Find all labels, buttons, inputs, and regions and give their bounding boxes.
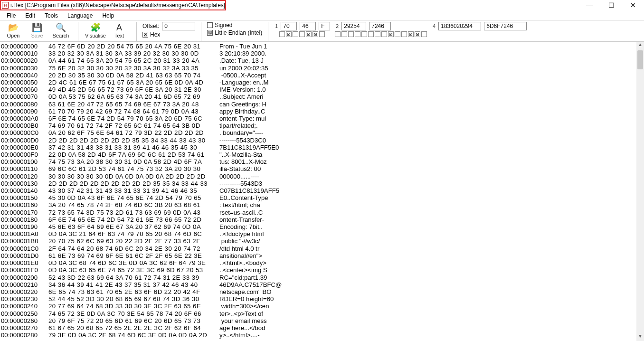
- bit-box[interactable]: [401, 31, 407, 37]
- bit-box[interactable]: [395, 31, 400, 37]
- hex-row[interactable]: 00:0000023052 44 45 52 3D 30 20 68 65 69…: [1, 295, 643, 303]
- bit-box[interactable]: ⊠: [415, 31, 420, 37]
- hex-ascii: "..X-Mozilla-Sta: [210, 151, 262, 158]
- hex-row[interactable]: 00:0000008063 61 6E 20 47 72 65 65 74 69…: [1, 101, 643, 108]
- hex-row[interactable]: 00:000000D02D 2D 2D 2D 2D 2D 2D 2D 35 35…: [1, 137, 643, 144]
- hex-row[interactable]: 00:000001F00D 0A 3C 63 65 6E 74 65 72 3E…: [1, 266, 643, 274]
- hex-row[interactable]: 00:0000027061 67 65 20 68 65 72 65 2E 2E…: [1, 324, 643, 332]
- hex-row[interactable]: 00:0000003075 6E 20 32 30 30 30 20 32 30…: [1, 65, 643, 72]
- folder-open-icon: 📂: [8, 22, 19, 33]
- hex-row[interactable]: 00:000001A00D 0A 3C 21 64 6F 63 74 79 70…: [1, 230, 643, 237]
- value4-hex[interactable]: [484, 22, 527, 30]
- hex-bytes: 0A 44 61 74 65 3A 20 54 75 65 2C 20 31 3…: [48, 57, 210, 64]
- hex-row[interactable]: 00:0000026020 79 6F 75 72 20 65 6D 61 69…: [1, 317, 643, 324]
- hex-row[interactable]: 00:000001302D 2D 2D 2D 2D 2D 2D 2D 2D 2D…: [1, 180, 643, 187]
- value1-hex[interactable]: [300, 22, 316, 30]
- text-button[interactable]: AText: [108, 22, 131, 38]
- hex-row[interactable]: 00:0000010074 75 73 3A 20 38 30 30 31 0D…: [1, 158, 643, 165]
- hex-row[interactable]: 00:0000001033 20 32 30 3A 31 30 3A 33 39…: [1, 50, 643, 57]
- hex-address: 00:00000070: [1, 93, 48, 100]
- hex-ascii: E0..Content-Type: [210, 194, 268, 201]
- search-button[interactable]: 🔍Search: [49, 22, 72, 38]
- bit-box[interactable]: [279, 31, 285, 37]
- vertical-scrollbar[interactable]: ▲ ▼: [636, 42, 644, 341]
- visualise-button[interactable]: 🧩Visualise: [84, 22, 107, 38]
- bit-box[interactable]: ⊠: [313, 31, 318, 37]
- value1-dec[interactable]: [281, 22, 297, 30]
- hex-row[interactable]: 00:0000019045 6E 63 6F 64 69 6E 67 3A 20…: [1, 223, 643, 230]
- bit-box[interactable]: [368, 31, 374, 37]
- value2-dec[interactable]: [341, 22, 366, 30]
- bit-box[interactable]: [375, 31, 380, 37]
- hex-row[interactable]: 00:0000000046 72 6F 6D 20 2D 20 54 75 65…: [1, 43, 643, 50]
- hex-row[interactable]: 00:000000502D 4C 61 6E 67 75 61 67 65 3A…: [1, 79, 643, 86]
- hex-row[interactable]: 00:000001806F 6E 74 65 6E 74 2D 54 72 61…: [1, 216, 643, 223]
- bit-box[interactable]: [355, 31, 360, 37]
- endian-checkbox[interactable]: ⊠: [207, 30, 213, 36]
- hex-row[interactable]: 00:0000024020 77 69 64 74 68 3D 33 30 30…: [1, 303, 643, 310]
- hex-row[interactable]: 00:000001B020 70 75 62 6C 69 63 20 22 2D…: [1, 237, 643, 245]
- bit-box[interactable]: [299, 31, 305, 37]
- hex-row[interactable]: 00:0000020052 43 3D 22 63 69 64 3A 70 61…: [1, 274, 643, 281]
- minimize-button[interactable]: —: [578, 0, 600, 10]
- hex-bytes: 2F 64 74 64 20 68 74 6D 6C 20 34 2E 30 2…: [48, 245, 210, 252]
- hex-checkbox[interactable]: ⊠: [142, 32, 148, 38]
- bit-box[interactable]: [348, 31, 354, 37]
- hex-row[interactable]: 00:0000004020 2D 30 35 30 30 0D 0A 58 2D…: [1, 72, 643, 79]
- value2-hex[interactable]: [369, 22, 391, 30]
- bit-box[interactable]: [341, 31, 347, 37]
- hex-row[interactable]: 00:000000B074 69 70 61 72 74 2F 72 65 6C…: [1, 122, 643, 129]
- bit-box[interactable]: [421, 31, 427, 37]
- maximize-button[interactable]: ☐: [600, 0, 622, 10]
- hex-address: 00:00000060: [1, 86, 48, 93]
- hex-row[interactable]: 00:0000025074 65 72 3E 0D 0A 3C 70 3E 54…: [1, 310, 643, 317]
- hex-row[interactable]: 00:000000E037 42 31 31 43 38 31 33 31 39…: [1, 144, 643, 151]
- bit-box[interactable]: [319, 31, 325, 37]
- hex-row[interactable]: 00:000001D061 6E 73 69 74 69 6F 6E 61 6C…: [1, 252, 643, 259]
- hex-row[interactable]: 00:0000021034 36 44 39 41 41 2E 43 37 35…: [1, 281, 643, 288]
- hex-row[interactable]: 00:0000028079 3E 0D 0A 3C 2F 68 74 6D 6C…: [1, 332, 643, 339]
- hex-row[interactable]: 00:0000014043 30 37 42 31 31 43 38 31 33…: [1, 187, 643, 194]
- hex-row[interactable]: 00:000000F022 0D 0A 58 2D 4D 6F 7A 69 6C…: [1, 151, 643, 158]
- open-button[interactable]: 📂Open: [2, 22, 25, 38]
- bit-box[interactable]: [361, 31, 367, 37]
- bit-box[interactable]: ⊠: [286, 31, 292, 37]
- scroll-down-icon[interactable]: ▼: [636, 333, 644, 341]
- menu-tools[interactable]: Tools: [40, 11, 63, 20]
- menu-help[interactable]: Help: [97, 11, 119, 20]
- signed-checkbox[interactable]: [207, 22, 213, 28]
- hex-row[interactable]: 00:0000006049 4D 45 2D 56 65 72 73 69 6F…: [1, 86, 643, 93]
- hex-row[interactable]: 00:0000017072 73 65 74 3D 75 73 2D 61 73…: [1, 209, 643, 216]
- hex-row[interactable]: 00:000002206E 65 74 73 63 61 70 65 2E 63…: [1, 288, 643, 295]
- bit-box[interactable]: [293, 31, 298, 37]
- bit-box[interactable]: ⊠: [306, 31, 312, 37]
- offset-input[interactable]: [162, 22, 195, 30]
- menu-edit[interactable]: Edit: [20, 11, 40, 20]
- hex-row[interactable]: 00:0000011069 6C 6C 61 2D 53 74 61 74 75…: [1, 165, 643, 172]
- hex-bytes: 22 0D 0A 58 2D 4D 6F 7A 69 6C 6C 61 2D 5…: [48, 151, 210, 158]
- value1-char[interactable]: [319, 22, 330, 30]
- close-button[interactable]: ✕: [622, 0, 644, 10]
- bit-box[interactable]: [335, 31, 341, 37]
- hex-view[interactable]: 00:0000000046 72 6F 6D 20 2D 20 54 75 65…: [0, 42, 644, 340]
- bit-box[interactable]: ⊠: [408, 31, 414, 37]
- save-button[interactable]: 💾Save: [26, 22, 48, 38]
- value4-dec[interactable]: [438, 22, 481, 30]
- hex-row[interactable]: 00:000001E00D 0A 3C 68 74 6D 6C 3E 0D 0A…: [1, 259, 643, 266]
- hex-row[interactable]: 00:0000015045 30 0D 0A 43 6F 6E 74 65 6E…: [1, 194, 643, 201]
- hex-row[interactable]: 00:000001603A 20 74 65 78 74 2F 68 74 6D…: [1, 201, 643, 208]
- hex-row[interactable]: 00:0000012030 30 30 30 30 30 0D 0A 0D 0A…: [1, 173, 643, 180]
- bit-box[interactable]: [381, 31, 387, 37]
- hex-row[interactable]: 00:000000C00A 20 62 6F 75 6E 64 61 72 79…: [1, 129, 643, 136]
- hex-row[interactable]: 00:000000200A 44 61 74 65 3A 20 54 75 65…: [1, 57, 643, 64]
- bit-box[interactable]: ⊠: [388, 31, 394, 37]
- hex-ascii: tus: 8001..X-Moz: [210, 158, 267, 165]
- menu-file[interactable]: File: [2, 11, 20, 20]
- hex-row[interactable]: 00:000001C02F 64 74 64 20 68 74 6D 6C 20…: [1, 245, 643, 252]
- scroll-up-icon[interactable]: ▲: [636, 42, 644, 49]
- hex-row[interactable]: 00:0000009061 70 70 79 20 42 69 72 74 68…: [1, 108, 643, 115]
- hex-row[interactable]: 00:000000700D 0A 53 75 62 6A 65 63 74 3A…: [1, 93, 643, 100]
- menu-language[interactable]: Language: [63, 11, 97, 20]
- hex-row[interactable]: 00:000000A06F 6E 74 65 6E 74 2D 54 79 70…: [1, 115, 643, 122]
- scroll-thumb[interactable]: [637, 50, 643, 69]
